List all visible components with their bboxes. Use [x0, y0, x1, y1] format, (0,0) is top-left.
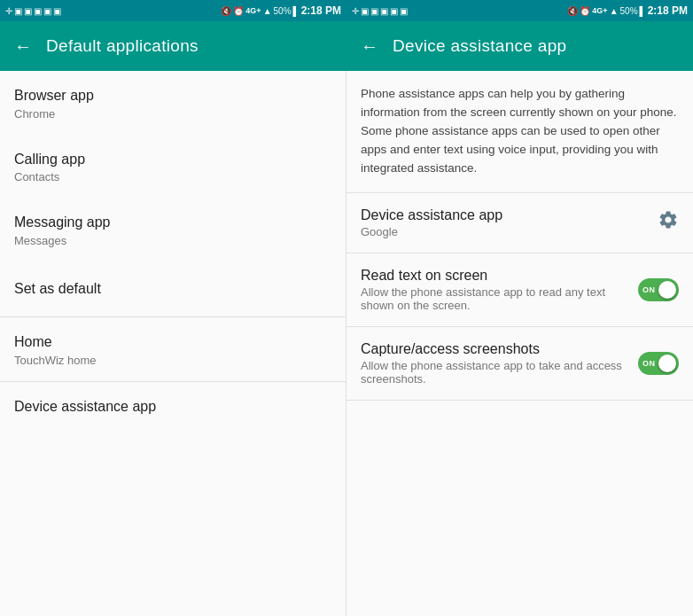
right-status-icons: ✛▣▣▣▣▣: [352, 6, 408, 16]
left-panel: Browser app Chrome Calling app Contacts …: [0, 71, 346, 616]
read-text-item[interactable]: Read text on screen Allow the phone assi…: [346, 253, 693, 327]
browser-app-item[interactable]: Browser app Chrome: [0, 71, 346, 135]
status-bar: ✛▣▣▣▣▣ 🔇⏰4G+▲50%▌ 2:18 PM ✛▣▣▣▣▣ 🔇⏰4G+▲5…: [0, 0, 693, 21]
capture-screenshots-toggle-label: ON: [642, 359, 656, 368]
left-header-title: Default applications: [46, 36, 199, 56]
main-content: Browser app Chrome Calling app Contacts …: [0, 71, 693, 616]
capture-screenshots-toggle-track[interactable]: ON: [638, 352, 679, 375]
left-status-time: 2:18 PM: [301, 4, 341, 17]
status-bar-left: ✛▣▣▣▣▣ 🔇⏰4G+▲50%▌ 2:18 PM: [0, 0, 346, 21]
capture-screenshots-title: Capture/access screenshots: [361, 341, 627, 357]
device-assistance-app-title: Device assistance app: [361, 207, 647, 223]
right-status-right-icons: 🔇⏰4G+▲50%▌ 2:18 PM: [567, 4, 688, 17]
read-text-title: Read text on screen: [361, 268, 627, 284]
capture-screenshots-toggle[interactable]: ON: [638, 352, 679, 375]
read-text-toggle-label: ON: [642, 285, 656, 294]
set-as-default-title: Set as default: [14, 281, 331, 297]
left-status-icons: ✛▣▣▣▣▣: [5, 6, 61, 16]
device-assistance-title: Device assistance app: [14, 398, 331, 417]
read-text-toggle-track[interactable]: ON: [638, 278, 679, 301]
messaging-app-item[interactable]: Messaging app Messages: [0, 198, 346, 261]
capture-screenshots-text: Capture/access screenshots Allow the pho…: [361, 341, 627, 386]
home-item[interactable]: Home TouchWiz home: [0, 317, 346, 381]
description-block: Phone assistance apps can help you by ga…: [346, 71, 693, 193]
read-text-toggle[interactable]: ON: [638, 278, 679, 301]
description-text: Phone assistance apps can help you by ga…: [361, 85, 679, 178]
status-bar-right: ✛▣▣▣▣▣ 🔇⏰4G+▲50%▌ 2:18 PM: [346, 0, 693, 21]
right-panel: Phone assistance apps can help you by ga…: [346, 71, 693, 616]
device-assistance-app-text: Device assistance app Google: [361, 207, 647, 238]
home-subtitle: TouchWiz home: [14, 354, 331, 369]
right-back-button[interactable]: ←: [361, 36, 378, 57]
read-text-text: Read text on screen Allow the phone assi…: [361, 268, 627, 312]
right-header: ← Device assistance app: [346, 21, 693, 71]
left-status-right-icons: 🔇⏰4G+▲50%▌ 2:18 PM: [221, 4, 341, 17]
messaging-app-subtitle: Messages: [14, 234, 331, 249]
left-back-button[interactable]: ←: [14, 36, 32, 57]
headers: ← Default applications ← Device assistan…: [0, 21, 693, 71]
calling-app-subtitle: Contacts: [14, 170, 331, 185]
device-assistance-app-item[interactable]: Device assistance app Google: [346, 193, 693, 253]
capture-screenshots-toggle-thumb: [658, 355, 676, 372]
device-assistance-item[interactable]: Device assistance app: [0, 382, 346, 429]
calling-app-title: Calling app: [14, 151, 331, 169]
device-assistance-app-subtitle: Google: [361, 225, 647, 238]
read-text-subtitle: Allow the phone assistance app to read a…: [361, 285, 627, 312]
browser-app-title: Browser app: [14, 87, 331, 105]
set-as-default-item[interactable]: Set as default: [0, 261, 346, 316]
left-header: ← Default applications: [0, 21, 346, 71]
capture-screenshots-item[interactable]: Capture/access screenshots Allow the pho…: [346, 327, 693, 401]
browser-app-subtitle: Chrome: [14, 107, 331, 122]
capture-screenshots-subtitle: Allow the phone assistance app to take a…: [361, 359, 627, 386]
messaging-app-title: Messaging app: [14, 214, 331, 232]
right-header-title: Device assistance app: [393, 36, 566, 56]
read-text-toggle-thumb: [658, 281, 676, 299]
home-title: Home: [14, 333, 331, 352]
right-status-time: 2:18 PM: [648, 4, 688, 17]
calling-app-item[interactable]: Calling app Contacts: [0, 135, 346, 199]
gear-icon[interactable]: [658, 209, 679, 236]
